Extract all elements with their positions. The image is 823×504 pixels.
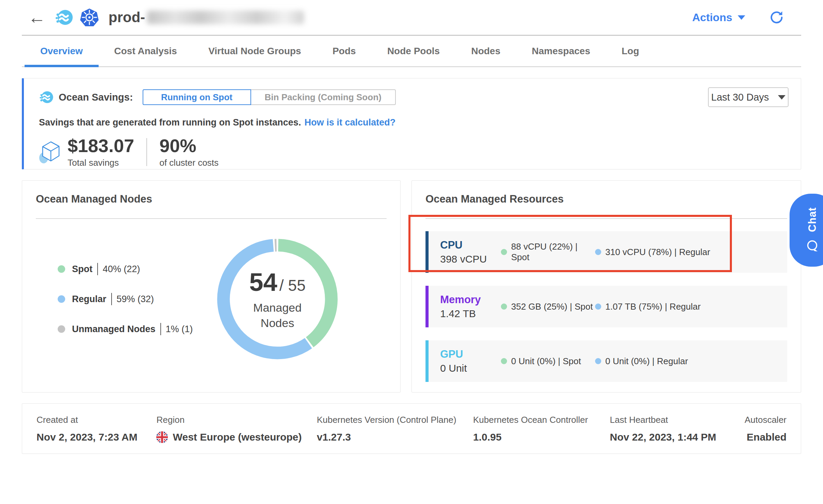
resource-total: 1.42 TB [440,308,501,320]
tab-node-pools[interactable]: Node Pools [372,36,456,66]
regular-stat: 1.07 TB (75%) | Regular [595,301,701,312]
cluster-name-prefix: prod- [109,9,145,25]
spot-stat: 88 vCPU (22%) | Spot [501,241,595,263]
spot-dot-icon [501,303,507,310]
legend-item-unmanaged: Unmanaged Nodes 1% (1) [58,323,216,335]
page-title: prod- [109,9,304,26]
regular-dot-icon [595,358,601,364]
ocean-managed-resources-card: Ocean Managed Resources CPU 398 vCPU 88 … [411,180,801,392]
ocean-managed-nodes-card: Ocean Managed Nodes Spot 40% (22) Regula… [22,180,401,392]
region-column: Region West Europe (westeurope) [156,415,317,443]
tab-cost-analysis[interactable]: Cost Analysis [99,36,193,66]
spot-dot-icon [501,249,507,255]
period-dropdown[interactable]: Last 30 Days [708,87,789,107]
managed-nodes-title: Ocean Managed Nodes [36,193,387,205]
legend-item-spot: Spot 40% (22) [58,263,216,275]
managed-resources-title: Ocean Managed Resources [425,193,787,205]
autoscaler-column: Autoscaler Enabled [745,415,786,443]
created-at-value: Nov 2, 2023, 7:23 AM [37,431,156,443]
header-actions: Actions [692,10,798,25]
autoscaler-status: Enabled [747,431,786,443]
actions-label: Actions [692,11,732,24]
tab-overview[interactable]: Overview [25,36,99,66]
bin-packing-button[interactable]: Bin Packing (Coming Soon) [251,89,396,105]
spot-dot-icon [501,358,507,364]
spot-stat: 0 Unit (0%) | Spot [501,356,595,367]
cluster-costs-percent-label: of cluster costs [159,158,218,168]
kubernetes-logo-icon [80,8,99,27]
resource-row-gpu: GPU 0 Unit 0 Unit (0%) | Spot 0 Unit (0%… [425,340,787,382]
resource-total: 0 Unit [440,362,501,374]
actions-menu-button[interactable]: Actions [692,11,745,24]
uk-flag-icon [156,431,168,443]
managed-nodes-total: / 55 [279,276,306,295]
back-arrow-icon[interactable]: ← [25,9,48,26]
legend-item-regular: Regular 59% (32) [58,293,216,305]
figures-divider [146,138,147,166]
savings-figures: $183.07 Total savings 90% of cluster cos… [39,136,789,168]
last-heartbeat-value: Nov 22, 2023, 1:44 PM [610,431,745,443]
ocean-savings-label: Ocean Savings: [59,92,133,103]
resource-name: CPU [440,239,501,251]
ocean-controller-value: 1.0.95 [473,431,610,443]
ocean-controller-column: Kubernetes Ocean Controller 1.0.95 [473,415,610,443]
regular-stat: 0 Unit (0%) | Regular [595,356,688,367]
legend-separator [111,293,112,305]
total-savings-value: $183.07 [68,136,134,155]
region-value: West Europe (westeurope) [173,431,302,443]
tab-virtual-node-groups[interactable]: Virtual Node Groups [193,36,317,66]
k8s-version-column: Kubernetes Version (Control Plane) v1.27… [317,415,473,443]
header: ← prod- Actions [22,0,801,35]
savings-view-toggle: Running on Spot Bin Packing (Coming Soon… [143,89,396,105]
tab-namespaces[interactable]: Namespaces [516,36,606,66]
managed-nodes-count: 54 [249,268,277,297]
savings-description: Savings that are generated from running … [39,117,789,128]
tab-bar: Overview Cost Analysis Virtual Node Grou… [22,36,801,67]
cluster-costs-percent-value: 90% [159,136,218,155]
chat-bubble-icon [805,239,820,253]
resource-name: Memory [440,294,501,306]
regular-dot-icon [595,249,601,255]
legend-separator [97,263,98,275]
spot-stat: 352 GB (25%) | Spot [501,301,595,312]
regular-dot-icon [595,303,601,310]
k8s-version-value: v1.27.3 [317,431,473,443]
chat-label: Chat [806,207,819,232]
savings-cube-icon [39,140,61,164]
donut-center-text: 54 / 55 Managed Nodes [216,238,339,360]
refresh-icon[interactable] [769,10,784,25]
resource-total: 398 vCPU [440,253,501,265]
cluster-name-redacted [147,11,304,24]
nodes-legend: Spot 40% (22) Regular 59% (32) Unmanaged… [58,263,216,335]
ocean-savings-card: Ocean Savings: Running on Spot Bin Packi… [22,78,801,169]
regular-dot-icon [58,295,65,303]
resource-name: GPU [440,348,501,360]
last-heartbeat-column: Last Heartbeat Nov 22, 2023, 1:44 PM [610,415,745,443]
unmanaged-dot-icon [58,325,65,333]
legend-separator [160,323,161,335]
period-dropdown-value: Last 30 Days [711,92,769,103]
resource-row-cpu: CPU 398 vCPU 88 vCPU (22%) | Spot 310 vC… [425,231,787,273]
managed-nodes-donut-chart: 54 / 55 Managed Nodes [216,238,339,360]
chevron-down-icon [738,15,745,20]
cluster-overview-page: ← prod- Actions [0,0,823,454]
how-calculated-link[interactable]: How is it calculated? [304,117,395,128]
regular-stat: 310 vCPU (78%) | Regular [595,247,710,257]
created-at-column: Created at Nov 2, 2023, 7:23 AM [37,415,156,443]
resource-row-memory: Memory 1.42 TB 352 GB (25%) | Spot 1.07 … [425,286,787,327]
tab-log[interactable]: Log [606,36,655,66]
total-savings-label: Total savings [68,158,134,168]
spot-dot-icon [58,265,65,273]
tab-pods[interactable]: Pods [317,36,371,66]
tab-nodes[interactable]: Nodes [456,36,516,66]
ocean-logo-icon [55,8,74,27]
card-divider [425,218,787,219]
cluster-info-bar: Created at Nov 2, 2023, 7:23 AM Region W… [22,403,801,454]
running-on-spot-button[interactable]: Running on Spot [143,89,251,105]
chat-button[interactable]: Chat [790,194,823,267]
ocean-savings-icon [39,90,54,105]
chevron-down-icon [778,95,785,100]
managed-nodes-center-label: Managed Nodes [243,300,312,330]
resource-rows: CPU 398 vCPU 88 vCPU (22%) | Spot 310 vC… [425,231,787,382]
